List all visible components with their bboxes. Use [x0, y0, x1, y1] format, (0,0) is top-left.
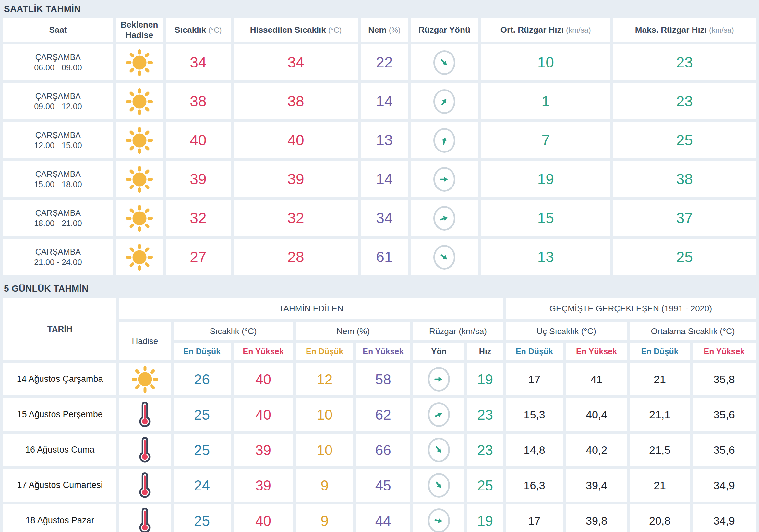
wind-direction-icon — [433, 50, 456, 75]
hourly-wind-dir — [411, 161, 478, 197]
daily-hum-min: 9 — [296, 505, 353, 532]
daily-section-title: 5 GÜNLÜK TAHMİN — [4, 283, 756, 294]
hourly-col-wind-dir: Rüzgar Yönü — [411, 18, 478, 42]
wind-arrow-icon — [437, 94, 452, 109]
hourly-wind-avg: 10 — [481, 44, 611, 80]
daily-sub-wind-dir: Yön — [413, 343, 464, 360]
daily-col-event: Hadise — [119, 322, 170, 360]
daily-wind-speed: 23 — [467, 434, 503, 466]
hourly-event — [116, 44, 163, 80]
hourly-wind-dir — [411, 122, 478, 158]
daily-date: 16 Ağustos Cuma — [3, 434, 116, 466]
daily-wind-speed: 25 — [467, 469, 503, 502]
hourly-wind-dir — [411, 44, 478, 80]
sunny-icon — [126, 205, 153, 232]
hourly-time: ÇARŞAMBA15.00 - 18.00 — [3, 161, 113, 197]
daily-temp-min: 25 — [174, 505, 231, 532]
daily-temp-min: 24 — [174, 469, 231, 502]
sunny-icon — [132, 366, 158, 392]
daily-event — [119, 363, 170, 395]
daily-wind-dir — [413, 434, 464, 466]
daily-avg-min: 21,5 — [630, 434, 690, 466]
hourly-col-wind-max: Maks. Rüzgar Hızı (km/sa) — [613, 18, 756, 42]
daily-event — [119, 469, 170, 502]
hourly-wind-avg: 13 — [481, 239, 611, 275]
wind-direction-icon — [428, 473, 450, 498]
hourly-wind-max: 23 — [613, 83, 756, 119]
thermometer-icon — [138, 507, 151, 532]
daily-avg-max: 34,9 — [693, 469, 756, 502]
hourly-col-time: Saat — [3, 18, 113, 42]
daily-ext-min: 14,8 — [506, 434, 563, 466]
daily-temp-min: 25 — [174, 398, 231, 431]
daily-date: 18 Ağustos Pazar — [3, 505, 116, 532]
hourly-feels: 38 — [233, 83, 358, 119]
wind-direction-icon — [433, 89, 456, 114]
hourly-wind-max: 23 — [613, 44, 756, 80]
daily-sub-avg-max: En Yüksek — [693, 343, 756, 360]
daily-ext-max: 41 — [566, 363, 627, 395]
daily-sub-ext-min: En Düşük — [506, 343, 563, 360]
hourly-section-title: SAATLİK TAHMİN — [4, 4, 756, 14]
daily-temp-max: 39 — [233, 434, 293, 466]
daily-avg-max: 35,6 — [693, 398, 756, 431]
hourly-temp: 34 — [166, 44, 230, 80]
daily-hum-max: 45 — [356, 469, 410, 502]
daily-ext-max: 40,4 — [566, 398, 627, 431]
hourly-wind-max: 38 — [613, 161, 756, 197]
daily-avg-min: 21 — [630, 469, 690, 502]
sunny-icon — [126, 49, 153, 76]
daily-col-date: TARİH — [3, 298, 116, 360]
hourly-feels: 39 — [233, 161, 358, 197]
daily-avg-min: 21,1 — [630, 398, 690, 431]
hourly-wind-max: 25 — [613, 122, 756, 158]
daily-ext-max: 40,2 — [566, 434, 627, 466]
daily-group-extreme-temp: Uç Sıcaklık (°C) — [506, 322, 627, 340]
wind-direction-icon — [428, 402, 450, 427]
wind-arrow-icon — [433, 374, 444, 385]
daily-wind-dir — [413, 398, 464, 431]
hourly-event — [116, 200, 163, 236]
hourly-event — [116, 122, 163, 158]
hourly-temp: 38 — [166, 83, 230, 119]
daily-wind-speed: 23 — [467, 398, 503, 431]
hourly-wind-max: 25 — [613, 239, 756, 275]
daily-sub-hum-max: En Yüksek — [356, 343, 410, 360]
daily-ext-min: 17 — [506, 505, 563, 532]
hourly-feels: 32 — [233, 200, 358, 236]
hourly-wind-avg: 19 — [481, 161, 611, 197]
wind-arrow-icon — [437, 211, 452, 225]
hourly-event — [116, 83, 163, 119]
hourly-humidity: 22 — [361, 44, 408, 80]
daily-wind-dir — [413, 363, 464, 395]
daily-ext-max: 39,8 — [566, 505, 627, 532]
daily-hum-max: 66 — [356, 434, 410, 466]
wind-direction-icon — [433, 128, 456, 153]
daily-avg-max: 34,9 — [693, 505, 756, 532]
hourly-humidity: 14 — [361, 83, 408, 119]
wind-arrow-icon — [438, 134, 451, 146]
daily-ext-min: 17 — [506, 363, 563, 395]
hourly-temp: 40 — [166, 122, 230, 158]
wind-arrow-icon — [431, 442, 447, 458]
thermometer-icon — [138, 472, 151, 499]
hourly-wind-avg: 1 — [481, 83, 611, 119]
daily-sub-hum-min: En Düşük — [296, 343, 353, 360]
wind-direction-icon — [433, 206, 456, 231]
hourly-wind-dir — [411, 200, 478, 236]
hourly-feels: 34 — [233, 44, 358, 80]
daily-temp-min: 25 — [174, 434, 231, 466]
daily-ext-min: 15,3 — [506, 398, 563, 431]
daily-temp-max: 40 — [233, 505, 293, 532]
sunny-icon — [126, 88, 153, 115]
daily-hum-min: 12 — [296, 363, 353, 395]
hourly-time: ÇARŞAMBA21.00 - 24.00 — [3, 239, 113, 275]
daily-hum-max: 44 — [356, 505, 410, 532]
hourly-humidity: 34 — [361, 200, 408, 236]
daily-sub-avg-min: En Düşük — [630, 343, 690, 360]
wind-arrow-icon — [431, 407, 446, 422]
hourly-temp: 32 — [166, 200, 230, 236]
daily-date: 17 Ağustos Cumartesi — [3, 469, 116, 502]
daily-avg-min: 20,8 — [630, 505, 690, 532]
hourly-wind-dir — [411, 83, 478, 119]
